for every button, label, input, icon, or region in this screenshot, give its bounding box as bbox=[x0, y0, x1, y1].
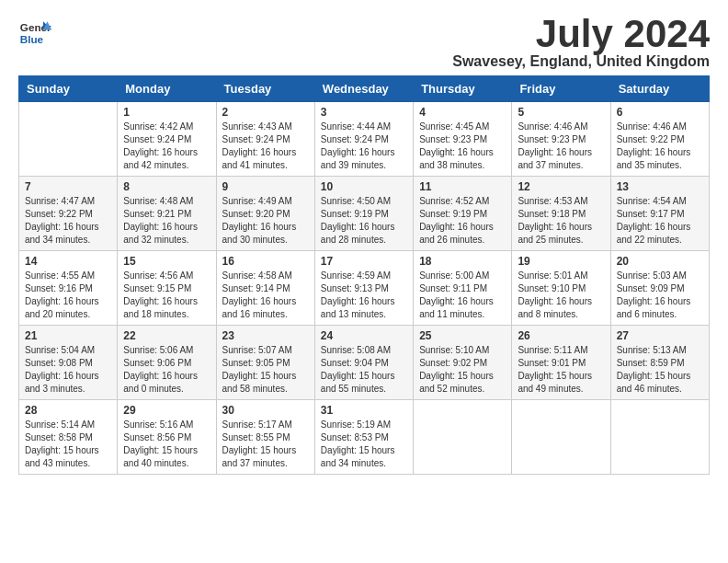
calendar-cell: 4Sunrise: 4:45 AMSunset: 9:23 PMDaylight… bbox=[414, 102, 512, 177]
day-number: 16 bbox=[222, 255, 309, 268]
calendar-cell: 7Sunrise: 4:47 AMSunset: 9:22 PMDaylight… bbox=[19, 177, 118, 251]
day-number: 19 bbox=[518, 255, 604, 268]
cell-info: Sunrise: 4:43 AMSunset: 9:24 PMDaylight:… bbox=[222, 121, 309, 172]
calendar-cell: 19Sunrise: 5:01 AMSunset: 9:10 PMDayligh… bbox=[512, 251, 610, 326]
day-number: 20 bbox=[617, 255, 703, 268]
cell-info: Sunrise: 4:46 AMSunset: 9:22 PMDaylight:… bbox=[617, 121, 703, 172]
day-number: 1 bbox=[123, 106, 210, 119]
cell-info: Sunrise: 5:04 AMSunset: 9:08 PMDaylight:… bbox=[25, 344, 111, 396]
day-header: Friday bbox=[512, 76, 610, 102]
calendar-cell: 8Sunrise: 4:48 AMSunset: 9:21 PMDaylight… bbox=[118, 177, 216, 251]
day-number: 24 bbox=[321, 329, 407, 342]
day-number: 9 bbox=[222, 180, 309, 193]
cell-info: Sunrise: 4:59 AMSunset: 9:13 PMDaylight:… bbox=[321, 270, 407, 321]
day-header: Tuesday bbox=[216, 76, 314, 102]
calendar-cell: 16Sunrise: 4:58 AMSunset: 9:14 PMDayligh… bbox=[216, 251, 314, 326]
week-row: 28Sunrise: 5:14 AMSunset: 8:58 PMDayligh… bbox=[19, 400, 710, 475]
day-number: 15 bbox=[123, 255, 210, 268]
calendar-cell: 30Sunrise: 5:17 AMSunset: 8:55 PMDayligh… bbox=[216, 400, 314, 475]
week-row: 1Sunrise: 4:42 AMSunset: 9:24 PMDaylight… bbox=[19, 102, 710, 177]
header: General Blue July 2024 Swavesey, England… bbox=[18, 15, 710, 70]
cell-info: Sunrise: 4:45 AMSunset: 9:23 PMDaylight:… bbox=[419, 121, 506, 172]
calendar-cell: 3Sunrise: 4:44 AMSunset: 9:24 PMDaylight… bbox=[314, 102, 413, 177]
cell-info: Sunrise: 4:48 AMSunset: 9:21 PMDaylight:… bbox=[123, 195, 210, 247]
calendar-cell: 14Sunrise: 4:55 AMSunset: 9:16 PMDayligh… bbox=[19, 251, 118, 326]
calendar-cell: 24Sunrise: 5:08 AMSunset: 9:04 PMDayligh… bbox=[314, 326, 413, 400]
calendar: SundayMondayTuesdayWednesdayThursdayFrid… bbox=[18, 75, 710, 475]
day-number: 6 bbox=[617, 106, 703, 119]
day-number: 10 bbox=[321, 180, 407, 193]
cell-info: Sunrise: 4:49 AMSunset: 9:20 PMDaylight:… bbox=[222, 195, 309, 247]
week-row: 7Sunrise: 4:47 AMSunset: 9:22 PMDaylight… bbox=[19, 177, 710, 251]
calendar-cell: 15Sunrise: 4:56 AMSunset: 9:15 PMDayligh… bbox=[118, 251, 216, 326]
day-number: 12 bbox=[518, 180, 604, 193]
calendar-cell bbox=[19, 102, 118, 177]
day-number: 27 bbox=[617, 329, 703, 342]
day-number: 21 bbox=[25, 329, 111, 342]
cell-info: Sunrise: 4:42 AMSunset: 9:24 PMDaylight:… bbox=[123, 121, 210, 172]
calendar-cell: 18Sunrise: 5:00 AMSunset: 9:11 PMDayligh… bbox=[414, 251, 512, 326]
calendar-cell: 21Sunrise: 5:04 AMSunset: 9:08 PMDayligh… bbox=[19, 326, 118, 400]
calendar-cell: 9Sunrise: 4:49 AMSunset: 9:20 PMDaylight… bbox=[216, 177, 314, 251]
calendar-cell: 5Sunrise: 4:46 AMSunset: 9:23 PMDaylight… bbox=[512, 102, 610, 177]
calendar-cell bbox=[610, 400, 709, 475]
calendar-cell: 12Sunrise: 4:53 AMSunset: 9:18 PMDayligh… bbox=[512, 177, 610, 251]
cell-info: Sunrise: 4:46 AMSunset: 9:23 PMDaylight:… bbox=[518, 121, 604, 172]
cell-info: Sunrise: 4:54 AMSunset: 9:17 PMDaylight:… bbox=[617, 195, 703, 247]
calendar-cell: 31Sunrise: 5:19 AMSunset: 8:53 PMDayligh… bbox=[314, 400, 413, 475]
cell-info: Sunrise: 4:47 AMSunset: 9:22 PMDaylight:… bbox=[25, 195, 111, 247]
day-number: 7 bbox=[25, 180, 111, 193]
calendar-cell: 13Sunrise: 4:54 AMSunset: 9:17 PMDayligh… bbox=[610, 177, 709, 251]
cell-info: Sunrise: 5:16 AMSunset: 8:56 PMDaylight:… bbox=[123, 419, 210, 470]
cell-info: Sunrise: 4:44 AMSunset: 9:24 PMDaylight:… bbox=[321, 121, 407, 172]
calendar-cell bbox=[512, 400, 610, 475]
cell-info: Sunrise: 5:06 AMSunset: 9:06 PMDaylight:… bbox=[123, 344, 210, 396]
day-number: 13 bbox=[617, 180, 703, 193]
header-row: SundayMondayTuesdayWednesdayThursdayFrid… bbox=[19, 76, 710, 102]
day-number: 23 bbox=[222, 329, 309, 342]
calendar-cell: 10Sunrise: 4:50 AMSunset: 9:19 PMDayligh… bbox=[314, 177, 413, 251]
day-header: Sunday bbox=[19, 76, 118, 102]
week-row: 14Sunrise: 4:55 AMSunset: 9:16 PMDayligh… bbox=[19, 251, 710, 326]
cell-info: Sunrise: 5:03 AMSunset: 9:09 PMDaylight:… bbox=[617, 270, 703, 321]
day-number: 18 bbox=[419, 255, 506, 268]
day-number: 25 bbox=[419, 329, 506, 342]
day-header: Monday bbox=[118, 76, 216, 102]
cell-info: Sunrise: 5:19 AMSunset: 8:53 PMDaylight:… bbox=[321, 419, 407, 470]
cell-info: Sunrise: 5:10 AMSunset: 9:02 PMDaylight:… bbox=[419, 344, 506, 396]
calendar-cell: 6Sunrise: 4:46 AMSunset: 9:22 PMDaylight… bbox=[610, 102, 709, 177]
week-row: 21Sunrise: 5:04 AMSunset: 9:08 PMDayligh… bbox=[19, 326, 710, 400]
calendar-cell: 17Sunrise: 4:59 AMSunset: 9:13 PMDayligh… bbox=[314, 251, 413, 326]
day-header: Thursday bbox=[414, 76, 512, 102]
day-number: 3 bbox=[321, 106, 407, 119]
day-number: 8 bbox=[123, 180, 210, 193]
calendar-cell: 29Sunrise: 5:16 AMSunset: 8:56 PMDayligh… bbox=[118, 400, 216, 475]
day-number: 14 bbox=[25, 255, 111, 268]
calendar-cell: 20Sunrise: 5:03 AMSunset: 9:09 PMDayligh… bbox=[610, 251, 709, 326]
cell-info: Sunrise: 5:01 AMSunset: 9:10 PMDaylight:… bbox=[518, 270, 604, 321]
cell-info: Sunrise: 5:07 AMSunset: 9:05 PMDaylight:… bbox=[222, 344, 309, 396]
cell-info: Sunrise: 4:53 AMSunset: 9:18 PMDaylight:… bbox=[518, 195, 604, 247]
day-number: 29 bbox=[123, 404, 210, 417]
cell-info: Sunrise: 4:56 AMSunset: 9:15 PMDaylight:… bbox=[123, 270, 210, 321]
day-number: 4 bbox=[419, 106, 506, 119]
day-number: 28 bbox=[25, 404, 111, 417]
cell-info: Sunrise: 5:17 AMSunset: 8:55 PMDaylight:… bbox=[222, 419, 309, 470]
day-number: 22 bbox=[123, 329, 210, 342]
cell-info: Sunrise: 5:11 AMSunset: 9:01 PMDaylight:… bbox=[518, 344, 604, 396]
day-header: Wednesday bbox=[314, 76, 413, 102]
cell-info: Sunrise: 5:08 AMSunset: 9:04 PMDaylight:… bbox=[321, 344, 407, 396]
svg-text:Blue: Blue bbox=[20, 33, 44, 45]
logo-icon: General Blue bbox=[18, 15, 51, 48]
day-number: 31 bbox=[321, 404, 407, 417]
calendar-cell: 28Sunrise: 5:14 AMSunset: 8:58 PMDayligh… bbox=[19, 400, 118, 475]
month-title: July 2024 bbox=[452, 15, 710, 53]
calendar-cell: 26Sunrise: 5:11 AMSunset: 9:01 PMDayligh… bbox=[512, 326, 610, 400]
calendar-cell: 25Sunrise: 5:10 AMSunset: 9:02 PMDayligh… bbox=[414, 326, 512, 400]
location-title: Swavesey, England, United Kingdom bbox=[452, 53, 710, 70]
cell-info: Sunrise: 4:55 AMSunset: 9:16 PMDaylight:… bbox=[25, 270, 111, 321]
day-number: 5 bbox=[518, 106, 604, 119]
title-area: July 2024 Swavesey, England, United King… bbox=[452, 15, 710, 70]
cell-info: Sunrise: 4:52 AMSunset: 9:19 PMDaylight:… bbox=[419, 195, 506, 247]
day-header: Saturday bbox=[610, 76, 709, 102]
